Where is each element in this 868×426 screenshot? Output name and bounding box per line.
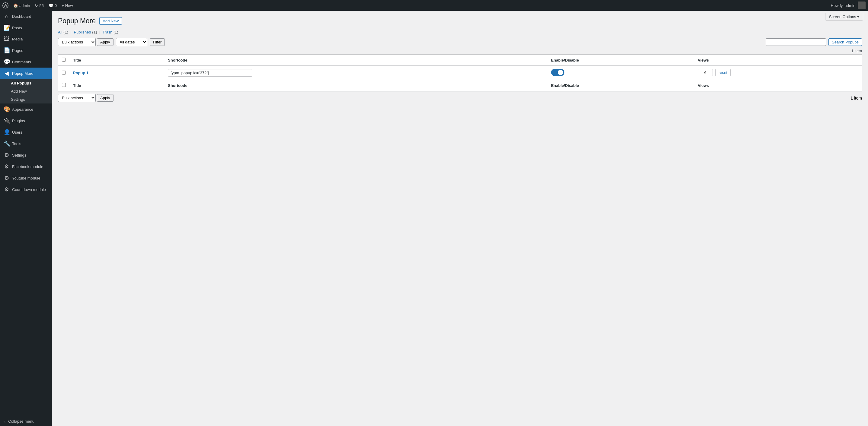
dashboard-icon: ⌂ — [4, 13, 10, 20]
bulk-actions-select-bottom[interactable]: Bulk actions — [58, 94, 96, 102]
search-popups-button[interactable]: Search Popups — [829, 38, 862, 46]
topbar-home[interactable]: 🏠 admin — [13, 3, 30, 8]
sidebar-item-appearance[interactable]: 🎨 Appearance — [0, 103, 52, 115]
collapse-menu[interactable]: « Collapse menu — [0, 417, 52, 426]
tfoot-th-enable-disable: Enable/Disable — [548, 80, 694, 91]
topbar-new[interactable]: + New — [62, 3, 73, 8]
plugins-icon: 🔌 — [4, 118, 10, 124]
filter-button[interactable]: Filter — [150, 38, 165, 46]
countdown-module-icon: ⚙ — [4, 186, 10, 193]
sidebar-item-posts[interactable]: 📝 Posts — [0, 22, 52, 33]
popup-title-link[interactable]: Popup 1 — [73, 71, 88, 75]
page-header: Popup More Add New — [58, 17, 862, 25]
tfoot-th-views: Views — [694, 80, 862, 91]
users-icon: 👤 — [4, 129, 10, 135]
filter-published[interactable]: Published — [74, 30, 91, 34]
main-content: Popup More Add New All (1) | Published (… — [52, 11, 868, 426]
bulk-actions-bottom: Bulk actions Apply — [58, 94, 114, 102]
row-views: reset — [694, 66, 862, 79]
avatar[interactable] — [858, 1, 866, 9]
sidebar-item-comments[interactable]: 💬 Comments — [0, 56, 52, 68]
appearance-icon: 🎨 — [4, 106, 10, 112]
item-count-top: 1 item — [851, 48, 862, 53]
th-title[interactable]: Title — [69, 55, 164, 66]
row-title: Popup 1 — [69, 66, 164, 80]
sidebar-item-label: Appearance — [12, 107, 33, 111]
apply-button-bottom[interactable]: Apply — [97, 94, 114, 102]
sidebar-item-label: Popup More — [12, 71, 33, 76]
sidebar-item-label: Plugins — [12, 119, 25, 123]
sidebar-item-media[interactable]: 🖼 Media — [0, 33, 52, 45]
pages-icon: 📄 — [4, 47, 10, 54]
sidebar-item-pages[interactable]: 📄 Pages — [0, 45, 52, 56]
sidebar-item-label: Media — [12, 37, 23, 41]
enable-toggle[interactable] — [551, 69, 564, 76]
apply-button-top[interactable]: Apply — [97, 38, 114, 46]
search-input[interactable] — [766, 38, 826, 46]
row-enable-disable — [548, 66, 694, 80]
sidebar-item-dashboard[interactable]: ⌂ Dashboard — [0, 11, 52, 22]
topbar-comments[interactable]: 💬 0 — [49, 3, 57, 8]
dates-select[interactable]: All dates — [116, 38, 147, 46]
wp-logo[interactable]: W — [2, 2, 8, 8]
sidebar-item-label: Posts — [12, 26, 22, 30]
tfoot-th-title[interactable]: Title — [69, 80, 164, 91]
sidebar-item-label: Users — [12, 130, 22, 135]
sidebar-sub-settings[interactable]: Settings — [0, 95, 52, 103]
youtube-module-icon: ⚙ — [4, 175, 10, 181]
home-icon: 🏠 — [13, 3, 18, 8]
topbar-updates[interactable]: ↻ 55 — [35, 3, 43, 8]
sidebar-item-tools[interactable]: 🔧 Tools — [0, 138, 52, 149]
add-new-button[interactable]: Add New — [99, 17, 122, 25]
facebook-module-icon: ⚙ — [4, 163, 10, 170]
tfoot-th-shortcode: Shortcode — [164, 80, 547, 91]
filter-links: All (1) | Published (1) | Trash (1) — [58, 30, 862, 34]
sidebar-item-label: Comments — [12, 60, 31, 64]
sidebar-item-users[interactable]: 👤 Users — [0, 126, 52, 138]
reset-button[interactable]: reset — [715, 69, 731, 76]
bottom-toolbar: Bulk actions Apply 1 item — [58, 94, 862, 102]
sidebar-item-label: Dashboard — [12, 14, 31, 19]
filter-all-count: (1) — [63, 30, 68, 34]
settings-icon: ⚙ — [4, 152, 10, 158]
bulk-actions-top: Bulk actions Apply — [58, 38, 114, 46]
sidebar-item-settings[interactable]: ⚙ Settings — [0, 149, 52, 161]
item-count-bottom: 1 item — [850, 96, 862, 100]
filter-all[interactable]: All — [58, 30, 62, 34]
bulk-actions-select-top[interactable]: Bulk actions — [58, 38, 96, 46]
views-count[interactable] — [698, 69, 713, 76]
select-all-top[interactable] — [62, 58, 66, 62]
row-checkbox — [58, 66, 69, 80]
sidebar-sub-add-new[interactable]: Add New — [0, 87, 52, 95]
tfoot-checkbox — [58, 80, 69, 91]
row-shortcode — [164, 66, 547, 80]
updates-icon: ↻ — [35, 3, 38, 8]
filter-trash[interactable]: Trash — [103, 30, 113, 34]
filter-trash-count: (1) — [114, 30, 118, 34]
collapse-icon: « — [4, 419, 6, 424]
popups-table: Title Shortcode Enable/Disable Views Pop… — [58, 55, 862, 91]
svg-text:W: W — [4, 4, 7, 8]
shortcode-input[interactable] — [168, 69, 252, 77]
topbar-right: Howdy, admin — [831, 1, 866, 9]
row-select[interactable] — [62, 71, 66, 74]
toolbar-right: Search Popups — [766, 38, 862, 46]
sidebar-item-label: Tools — [12, 141, 21, 146]
select-all-bottom[interactable] — [62, 83, 66, 87]
th-views: Views — [694, 55, 862, 66]
sidebar-item-facebook-module[interactable]: ⚙ Facebook module — [0, 161, 52, 172]
sidebar-item-youtube-module[interactable]: ⚙ Youtube module — [0, 172, 52, 184]
table-row: Popup 1 reset — [58, 66, 862, 80]
plus-icon: + — [62, 3, 64, 8]
topbar: W 🏠 admin ↻ 55 💬 0 + New Howdy, admin — [0, 0, 868, 11]
top-toolbar: Bulk actions Apply All dates Filter Sear… — [58, 38, 862, 46]
popup-more-icon: ◀ — [4, 70, 10, 77]
sidebar-item-popup-more[interactable]: ◀ Popup More — [0, 68, 52, 79]
sidebar-item-countdown-module[interactable]: ⚙ Countdown module — [0, 184, 52, 195]
sidebar-sub-all-popups[interactable]: All Popups — [0, 79, 52, 87]
screen-options-button[interactable]: Screen Options ▾ — [825, 13, 863, 21]
sidebar-item-plugins[interactable]: 🔌 Plugins — [0, 115, 52, 126]
sidebar-item-label: Facebook module — [12, 164, 43, 169]
th-enable-disable: Enable/Disable — [548, 55, 694, 66]
posts-icon: 📝 — [4, 25, 10, 31]
